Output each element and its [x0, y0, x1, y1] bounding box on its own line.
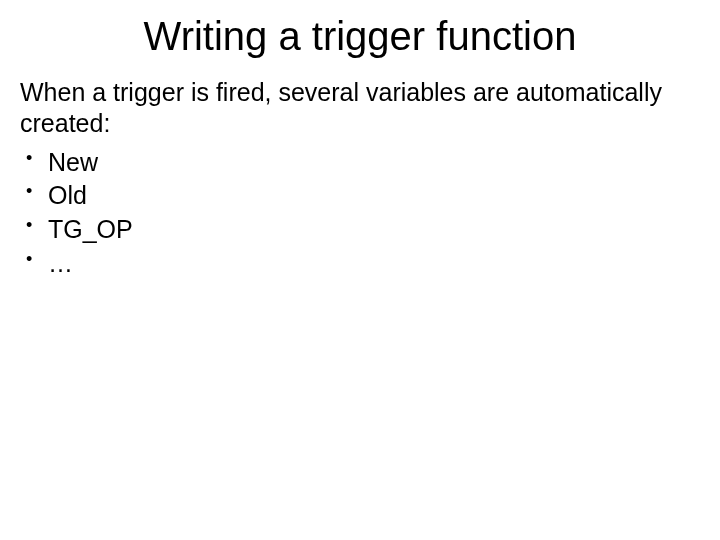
slide-title: Writing a trigger function: [20, 14, 700, 59]
slide: Writing a trigger function When a trigge…: [0, 0, 720, 540]
list-item: New: [20, 146, 700, 180]
list-item: …: [20, 247, 700, 281]
bullet-list: New Old TG_OP …: [20, 146, 700, 281]
intro-text: When a trigger is fired, several variabl…: [20, 77, 700, 140]
list-item: Old: [20, 179, 700, 213]
list-item: TG_OP: [20, 213, 700, 247]
